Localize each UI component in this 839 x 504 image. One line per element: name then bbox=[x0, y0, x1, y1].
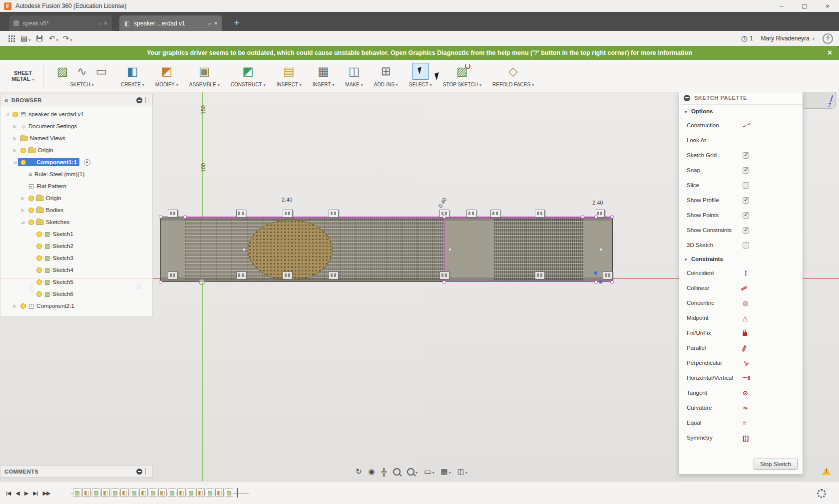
panel-options-icon[interactable] bbox=[136, 97, 142, 103]
visibility-bulb-icon[interactable] bbox=[36, 279, 42, 285]
sketch-geometry[interactable] bbox=[160, 217, 613, 282]
timeline-feature-sketch[interactable]: ▨ bbox=[130, 489, 138, 497]
rectangle-icon[interactable]: ▭ bbox=[93, 63, 110, 80]
minimize-button[interactable] bbox=[770, 0, 793, 12]
create-icon[interactable]: ◧ bbox=[124, 63, 141, 80]
chevron-down-icon[interactable] bbox=[92, 82, 94, 87]
step-back-button[interactable]: ◀ bbox=[15, 490, 19, 497]
constraint-badge[interactable] bbox=[466, 210, 476, 218]
constraint-badge[interactable] bbox=[329, 210, 339, 218]
expand-arrow-icon[interactable] bbox=[11, 304, 18, 308]
tree-item-document-settings[interactable]: ☼Document Settings bbox=[0, 120, 152, 132]
dimension-label[interactable]: 2.40 bbox=[592, 200, 603, 206]
palette-constraint-concentric[interactable]: Concentric◎ bbox=[679, 295, 803, 310]
panel-grip[interactable] bbox=[145, 468, 148, 475]
ribbon-group-label[interactable]: STOP SKETCH bbox=[443, 82, 478, 87]
constraint-badge[interactable] bbox=[236, 210, 246, 218]
comments-header[interactable]: COMMENTS bbox=[0, 465, 153, 478]
tree-item-sketch6[interactable]: ▨Sketch6 bbox=[0, 288, 152, 300]
show-constraints-checkbox[interactable] bbox=[743, 227, 749, 234]
visibility-bulb-icon[interactable] bbox=[12, 112, 18, 117]
sketch-point[interactable] bbox=[243, 248, 246, 251]
expand-arrow-icon[interactable] bbox=[11, 136, 18, 141]
constraint-badge[interactable] bbox=[603, 271, 613, 279]
sketch-point-selected[interactable] bbox=[610, 215, 614, 219]
look-at-button[interactable]: ◉ bbox=[369, 467, 375, 476]
chevron-down-icon[interactable] bbox=[532, 82, 534, 87]
timeline-feature-sketch[interactable]: ▨ bbox=[225, 489, 233, 497]
step-forward-button[interactable]: ▶| bbox=[33, 490, 37, 497]
3d-sketch-checkbox[interactable] bbox=[743, 242, 749, 249]
ribbon-group-label[interactable]: CONSTRUCT bbox=[231, 82, 262, 87]
expand-arrow-icon[interactable] bbox=[19, 220, 26, 225]
show-points-checkbox[interactable] bbox=[743, 212, 749, 219]
visibility-bulb-icon[interactable] bbox=[36, 267, 42, 273]
palette-menu-icon[interactable] bbox=[684, 95, 690, 101]
help-button[interactable]: ? bbox=[823, 33, 833, 44]
chevron-down-icon[interactable] bbox=[263, 82, 265, 87]
tree-item-sketch1[interactable]: ▨Sketch1 bbox=[0, 228, 152, 240]
palette-constraint-collinear[interactable]: Collinear∥ bbox=[679, 280, 803, 295]
timeline-feature-flange[interactable]: ◧ bbox=[158, 489, 167, 497]
visibility-bulb-icon[interactable] bbox=[20, 160, 26, 165]
zoom-button[interactable] bbox=[393, 468, 401, 476]
visibility-bulb-icon[interactable] bbox=[28, 220, 34, 225]
constraint-badge[interactable] bbox=[168, 271, 178, 279]
constraint-badge[interactable] bbox=[329, 271, 339, 279]
slice-checkbox[interactable] bbox=[743, 182, 749, 189]
dimension-label[interactable]: 2.40 bbox=[281, 197, 293, 203]
stop-sketch-button[interactable]: Stop Sketch bbox=[754, 459, 798, 470]
tree-item-named-views[interactable]: Named Views bbox=[0, 132, 152, 144]
tab-close-icon[interactable] bbox=[103, 19, 107, 27]
timeline-feature-sketch[interactable]: ▨ bbox=[206, 489, 214, 497]
file-menu-button[interactable] bbox=[20, 32, 31, 44]
ribbon-group-label[interactable]: ASSEMBLE bbox=[189, 82, 216, 87]
create-sketch-icon[interactable]: ▨ bbox=[54, 63, 71, 80]
select-icon[interactable] bbox=[412, 63, 429, 80]
chevron-down-icon[interactable] bbox=[300, 82, 302, 87]
chevron-down-icon[interactable] bbox=[430, 82, 432, 87]
modify-icon[interactable]: ◩ bbox=[158, 63, 175, 80]
tree-item-flat-pattern[interactable]: ◱Flat Pattern bbox=[0, 180, 152, 192]
tab-close-icon[interactable] bbox=[214, 19, 218, 27]
palette-constraint-curvature[interactable]: Curvature∿ bbox=[679, 400, 803, 415]
timeline-feature-sketch[interactable]: ▨ bbox=[92, 489, 100, 497]
expand-arrow-icon[interactable] bbox=[19, 196, 26, 201]
sketch-point-selected[interactable] bbox=[159, 215, 162, 219]
tree-item-sketch3[interactable]: ▨Sketch3 bbox=[0, 252, 152, 264]
constraint-badge[interactable] bbox=[439, 271, 449, 279]
visibility-bulb-icon[interactable] bbox=[20, 303, 26, 309]
stop-sketch-icon[interactable]: ▨ bbox=[453, 63, 470, 80]
visibility-bulb-icon[interactable] bbox=[36, 291, 42, 297]
visibility-bulb-icon[interactable] bbox=[36, 232, 42, 237]
activate-component-radio[interactable] bbox=[84, 159, 90, 166]
ribbon-group-label[interactable]: MAKE bbox=[345, 82, 359, 87]
constraint-badge[interactable] bbox=[535, 210, 545, 218]
refold-faces-icon[interactable]: ◇ bbox=[505, 63, 522, 80]
sketch-point-selected[interactable] bbox=[442, 280, 446, 284]
ribbon-group-label[interactable]: CREATE bbox=[121, 82, 141, 87]
ribbon-group-label[interactable]: INSERT bbox=[313, 82, 331, 87]
visibility-bulb-icon[interactable] bbox=[36, 244, 42, 249]
tree-item-rule-steel-mm-1[interactable]: ≡Rule: Steel (mm)(1) bbox=[0, 168, 152, 180]
chevron-down-icon[interactable] bbox=[218, 82, 220, 87]
skip-to-start-button[interactable]: |◀ bbox=[6, 490, 10, 497]
tree-item-sketches[interactable]: Sketches bbox=[0, 216, 152, 228]
redo-button[interactable] bbox=[62, 32, 73, 44]
pan-button[interactable]: ╬ bbox=[382, 468, 387, 476]
inspect-icon[interactable]: ▤ bbox=[281, 63, 298, 80]
palette-constraint-midpoint[interactable]: Midpoint△ bbox=[679, 310, 803, 325]
make-icon[interactable]: ◫ bbox=[346, 63, 363, 80]
user-menu[interactable]: Mary Rivadeneyra bbox=[761, 35, 815, 42]
timeline-settings-gear-icon[interactable] bbox=[817, 489, 826, 498]
sketch-grid-checkbox[interactable] bbox=[743, 152, 749, 159]
timeline-feature-flange[interactable]: ◧ bbox=[101, 489, 110, 497]
palette-constraint-tangent[interactable]: Tangent⊙ bbox=[679, 385, 803, 400]
ribbon-group-label[interactable]: SKETCH bbox=[70, 82, 90, 87]
spline-icon[interactable]: ∿ bbox=[73, 63, 90, 80]
sketch-point-selected[interactable] bbox=[610, 280, 614, 284]
tree-item-speaker-de-verdad-v1[interactable]: ▤speaker de verdad v1 bbox=[0, 108, 152, 120]
palette-constraint-parallel[interactable]: Parallel∥ bbox=[679, 340, 803, 355]
sketch-point-selected[interactable] bbox=[159, 280, 162, 284]
expand-arrow-icon[interactable] bbox=[11, 160, 18, 165]
